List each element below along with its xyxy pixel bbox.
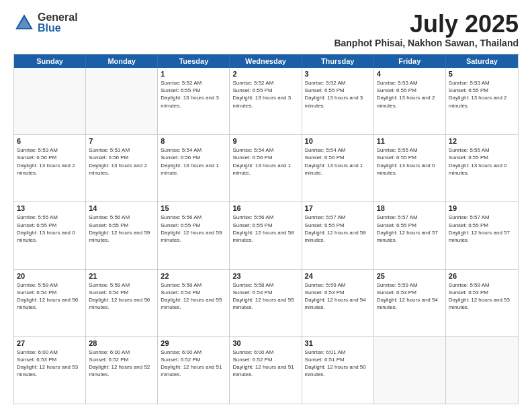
cell-info: Sunrise: 5:55 AMSunset: 6:55 PMDaylight:… [17,214,83,244]
cal-cell: 20Sunrise: 5:58 AMSunset: 6:54 PMDayligh… [14,270,86,336]
week-row-2: 6Sunrise: 5:53 AMSunset: 6:56 PMDaylight… [14,134,518,201]
cal-cell: 8Sunrise: 5:54 AMSunset: 6:56 PMDaylight… [158,135,230,201]
day-header-saturday: Saturday [446,54,518,68]
day-number: 22 [161,272,226,280]
cal-cell: 13Sunrise: 5:55 AMSunset: 6:55 PMDayligh… [14,202,86,269]
cell-info: Sunrise: 6:00 AMSunset: 6:52 PMDaylight:… [232,349,298,379]
cell-info: Sunrise: 5:54 AMSunset: 6:56 PMDaylight:… [161,146,226,177]
cell-info: Sunrise: 5:56 AMSunset: 6:55 PMDaylight:… [232,214,298,244]
day-header-monday: Monday [86,54,158,68]
cal-cell: 11Sunrise: 5:55 AMSunset: 6:55 PMDayligh… [374,135,446,201]
cell-info: Sunrise: 6:00 AMSunset: 6:52 PMDaylight:… [89,349,154,379]
cal-cell: 3Sunrise: 5:52 AMSunset: 6:55 PMDaylight… [302,68,374,134]
day-number: 26 [449,272,515,280]
location: Banphot Phisai, Nakhon Sawan, Thailand [334,38,519,48]
cell-info: Sunrise: 5:56 AMSunset: 6:55 PMDaylight:… [89,214,154,244]
cal-cell: 21Sunrise: 5:58 AMSunset: 6:54 PMDayligh… [86,270,158,336]
cal-cell [14,68,86,134]
day-number: 12 [449,137,515,145]
week-row-5: 27Sunrise: 6:00 AMSunset: 6:53 PMDayligh… [14,336,518,404]
cell-info: Sunrise: 5:58 AMSunset: 6:54 PMDaylight:… [161,281,226,312]
page: General Blue July 2025 Banphot Phisai, N… [0,0,532,411]
day-number: 16 [232,204,298,212]
cell-info: Sunrise: 5:57 AMSunset: 6:55 PMDaylight:… [305,214,371,244]
cell-info: Sunrise: 5:57 AMSunset: 6:55 PMDaylight:… [377,214,443,244]
cal-cell: 2Sunrise: 5:52 AMSunset: 6:55 PMDaylight… [230,68,302,134]
day-number: 23 [232,272,298,280]
logo-text: General Blue [38,12,78,34]
cell-info: Sunrise: 5:52 AMSunset: 6:55 PMDaylight:… [161,79,226,109]
cell-info: Sunrise: 6:00 AMSunset: 6:52 PMDaylight:… [161,349,226,379]
cal-cell: 12Sunrise: 5:55 AMSunset: 6:55 PMDayligh… [446,135,518,201]
day-header-sunday: Sunday [14,54,86,68]
cal-cell: 22Sunrise: 5:58 AMSunset: 6:54 PMDayligh… [158,270,230,336]
cell-info: Sunrise: 5:59 AMSunset: 6:53 PMDaylight:… [449,281,515,312]
day-number: 2 [232,70,298,78]
cal-cell: 1Sunrise: 5:52 AMSunset: 6:55 PMDaylight… [158,68,230,134]
cal-cell: 29Sunrise: 6:00 AMSunset: 6:52 PMDayligh… [158,337,230,404]
day-header-wednesday: Wednesday [230,54,302,68]
month-year: July 2025 [334,12,519,36]
day-number: 1 [161,70,226,78]
cell-info: Sunrise: 5:52 AMSunset: 6:55 PMDaylight:… [305,79,371,109]
cell-info: Sunrise: 5:54 AMSunset: 6:56 PMDaylight:… [305,146,371,177]
cell-info: Sunrise: 5:53 AMSunset: 6:55 PMDaylight:… [449,79,515,109]
header: General Blue July 2025 Banphot Phisai, N… [13,12,519,48]
cal-cell: 15Sunrise: 5:56 AMSunset: 6:55 PMDayligh… [158,202,230,269]
day-number: 21 [89,272,154,280]
cell-info: Sunrise: 5:53 AMSunset: 6:56 PMDaylight:… [89,146,154,177]
title-block: July 2025 Banphot Phisai, Nakhon Sawan, … [334,12,519,48]
cell-info: Sunrise: 5:53 AMSunset: 6:55 PMDaylight:… [377,79,443,109]
day-number: 17 [305,204,371,212]
day-number: 18 [377,204,443,212]
cal-cell [374,337,446,404]
cell-info: Sunrise: 5:53 AMSunset: 6:56 PMDaylight:… [17,146,83,177]
day-number: 29 [161,339,226,347]
cell-info: Sunrise: 5:58 AMSunset: 6:54 PMDaylight:… [17,281,83,312]
cal-cell: 6Sunrise: 5:53 AMSunset: 6:56 PMDaylight… [14,135,86,201]
cal-cell [446,337,518,404]
logo-blue-text: Blue [38,23,78,34]
day-number: 7 [89,137,154,145]
day-number: 30 [232,339,298,347]
cell-info: Sunrise: 5:58 AMSunset: 6:54 PMDaylight:… [232,281,298,312]
cal-cell: 24Sunrise: 5:59 AMSunset: 6:53 PMDayligh… [302,270,374,336]
cal-cell: 5Sunrise: 5:53 AMSunset: 6:55 PMDaylight… [446,68,518,134]
day-header-thursday: Thursday [302,54,374,68]
logo-icon [13,12,35,34]
cal-cell: 14Sunrise: 5:56 AMSunset: 6:55 PMDayligh… [86,202,158,269]
day-number: 24 [305,272,371,280]
cell-info: Sunrise: 5:52 AMSunset: 6:55 PMDaylight:… [232,79,298,109]
day-number: 20 [17,272,83,280]
day-number: 4 [377,70,443,78]
cal-cell: 17Sunrise: 5:57 AMSunset: 6:55 PMDayligh… [302,202,374,269]
cell-info: Sunrise: 5:59 AMSunset: 6:53 PMDaylight:… [377,281,443,312]
calendar: SundayMondayTuesdayWednesdayThursdayFrid… [13,54,519,404]
cell-info: Sunrise: 5:55 AMSunset: 6:55 PMDaylight:… [449,146,515,177]
cal-cell [86,68,158,134]
cell-info: Sunrise: 5:54 AMSunset: 6:56 PMDaylight:… [232,146,298,177]
cell-info: Sunrise: 5:56 AMSunset: 6:55 PMDaylight:… [161,214,226,244]
day-header-friday: Friday [374,54,446,68]
cal-cell: 26Sunrise: 5:59 AMSunset: 6:53 PMDayligh… [446,270,518,336]
logo: General Blue [13,12,78,34]
day-number: 6 [17,137,83,145]
calendar-body: 1Sunrise: 5:52 AMSunset: 6:55 PMDaylight… [14,68,518,404]
day-number: 15 [161,204,226,212]
week-row-3: 13Sunrise: 5:55 AMSunset: 6:55 PMDayligh… [14,201,518,269]
cal-cell: 16Sunrise: 5:56 AMSunset: 6:55 PMDayligh… [230,202,302,269]
cell-info: Sunrise: 5:57 AMSunset: 6:55 PMDaylight:… [449,214,515,244]
cal-cell: 4Sunrise: 5:53 AMSunset: 6:55 PMDaylight… [374,68,446,134]
day-number: 25 [377,272,443,280]
cal-cell: 30Sunrise: 6:00 AMSunset: 6:52 PMDayligh… [230,337,302,404]
cal-cell: 10Sunrise: 5:54 AMSunset: 6:56 PMDayligh… [302,135,374,201]
calendar-header: SundayMondayTuesdayWednesdayThursdayFrid… [14,54,518,68]
day-number: 31 [305,339,371,347]
cell-info: Sunrise: 6:00 AMSunset: 6:53 PMDaylight:… [17,349,83,379]
day-number: 13 [17,204,83,212]
cell-info: Sunrise: 6:01 AMSunset: 6:51 PMDaylight:… [305,349,371,379]
day-number: 9 [232,137,298,145]
cell-info: Sunrise: 5:59 AMSunset: 6:53 PMDaylight:… [305,281,371,312]
cal-cell: 23Sunrise: 5:58 AMSunset: 6:54 PMDayligh… [230,270,302,336]
cal-cell: 9Sunrise: 5:54 AMSunset: 6:56 PMDaylight… [230,135,302,201]
